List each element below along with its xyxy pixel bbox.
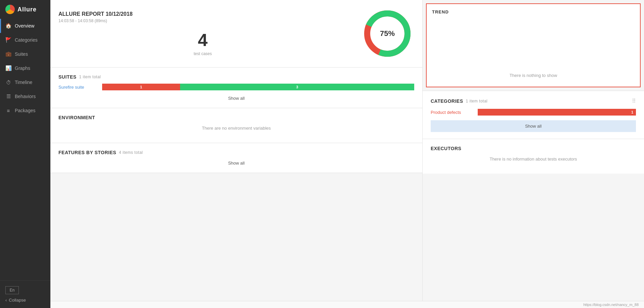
- trend-nothing-message: There is nothing to show: [510, 73, 557, 78]
- donut-chart: 75%: [360, 7, 414, 60]
- suite-name[interactable]: Surefire suite: [58, 85, 99, 90]
- chart-icon: 📊: [5, 65, 11, 71]
- sidebar-nav: 🏠 Overview 🚩 Categories 💼 Suites 📊 Graph…: [0, 19, 50, 280]
- suite-bar-passed: 3: [180, 84, 414, 90]
- category-row: Product defects 1: [431, 109, 636, 116]
- sidebar-label-packages: Packages: [15, 108, 35, 113]
- logo-area: Allure: [0, 0, 50, 19]
- suite-row: Surefire suite 1 3: [58, 84, 414, 90]
- category-bar: 1: [478, 109, 636, 116]
- footer-url: https://blog.csdn.net/nancy_m_88: [584, 303, 639, 307]
- trend-title: TREND: [432, 9, 635, 14]
- categories-card: CATEGORIES 1 item total ⠿ Product defect…: [423, 91, 644, 139]
- test-label: test cases: [58, 51, 347, 56]
- suites-count: 1 item total: [79, 75, 101, 79]
- report-time: 14:03:58 - 14:03:58 (89ms): [58, 18, 347, 23]
- sidebar-item-suites[interactable]: 💼 Suites: [0, 47, 50, 61]
- content-area: ALLURE REPORT 10/12/2018 14:03:58 - 14:0…: [50, 0, 644, 301]
- categories-count: 1 item total: [466, 99, 488, 103]
- right-panel: TREND There is nothing to show CATEGORIE…: [422, 0, 644, 301]
- features-show-all-link[interactable]: Show all: [228, 161, 245, 166]
- report-title: ALLURE REPORT 10/12/2018: [58, 11, 347, 17]
- grid-dots-icon: ⠿: [632, 98, 636, 104]
- trend-nothing: There is nothing to show: [432, 14, 635, 81]
- donut-percent: 75%: [380, 29, 395, 38]
- sidebar-label-timeline: Timeline: [15, 80, 32, 85]
- briefcase-icon: 💼: [5, 51, 11, 57]
- timeline-icon: ⏱: [5, 79, 11, 85]
- sidebar-label-behaviors: Behaviors: [15, 94, 36, 99]
- collapse-button[interactable]: ‹ Collapse: [5, 298, 45, 303]
- features-card: FEATURES BY STORIES 4 items total Show a…: [50, 143, 422, 173]
- features-count: 4 items total: [119, 150, 143, 155]
- category-name: Product defects: [431, 110, 474, 115]
- language-button[interactable]: En: [5, 286, 19, 294]
- flag-icon: 🚩: [5, 37, 11, 43]
- suites-show-all-row: Show all: [58, 95, 414, 101]
- executors-title: EXECUTORS: [431, 146, 636, 151]
- app-name: Allure: [17, 6, 37, 13]
- sidebar-item-timeline[interactable]: ⏱ Timeline: [0, 75, 50, 89]
- sidebar-item-packages[interactable]: ≡ Packages: [0, 103, 50, 118]
- footer: https://blog.csdn.net/nancy_m_88: [50, 301, 644, 308]
- left-panel: ALLURE REPORT 10/12/2018 14:03:58 - 14:0…: [50, 0, 422, 301]
- sidebar-label-categories: Categories: [15, 37, 38, 43]
- features-show-all-row: Show all: [58, 160, 414, 166]
- list-icon: ☰: [5, 93, 11, 99]
- trend-card: TREND There is nothing to show: [426, 3, 641, 87]
- logo-icon: [5, 5, 15, 14]
- executors-card: EXECUTORS There is no information about …: [423, 139, 644, 174]
- sidebar-label-overview: Overview: [15, 23, 34, 29]
- collapse-label: Collapse: [9, 298, 26, 303]
- suites-title: SUITES 1 item total: [58, 74, 414, 80]
- suites-show-all-link[interactable]: Show all: [228, 96, 245, 101]
- category-count: 1: [631, 110, 633, 114]
- sidebar-item-behaviors[interactable]: ☰ Behaviors: [0, 89, 50, 103]
- sidebar-label-graphs: Graphs: [15, 65, 30, 71]
- sidebar-label-suites: Suites: [15, 51, 28, 57]
- home-icon: 🏠: [5, 23, 11, 29]
- environment-card: ENVIRONMENT There are no environment var…: [50, 108, 422, 143]
- sidebar-bottom: En ‹ Collapse: [0, 280, 50, 308]
- test-count: 4: [58, 30, 347, 50]
- categories-show-all[interactable]: Show all: [431, 120, 636, 132]
- sidebar-item-overview[interactable]: 🏠 Overview: [0, 19, 50, 33]
- collapse-arrow-icon: ‹: [5, 298, 7, 303]
- executors-empty: There is no information about tests exec…: [431, 151, 636, 167]
- sidebar: Allure 🏠 Overview 🚩 Categories 💼 Suites …: [0, 0, 50, 308]
- features-title: FEATURES BY STORIES 4 items total: [58, 150, 414, 155]
- main-content: ALLURE REPORT 10/12/2018 14:03:58 - 14:0…: [50, 0, 644, 308]
- environment-empty: There are no environment variables: [58, 120, 414, 136]
- sidebar-item-graphs[interactable]: 📊 Graphs: [0, 61, 50, 75]
- environment-title: ENVIRONMENT: [58, 115, 414, 120]
- categories-title: CATEGORIES 1 item total: [431, 98, 487, 104]
- suite-bar-failed: 1: [102, 84, 180, 90]
- suite-bar: 1 3: [102, 84, 414, 90]
- summary-card: ALLURE REPORT 10/12/2018 14:03:58 - 14:0…: [50, 0, 422, 68]
- sidebar-item-categories[interactable]: 🚩 Categories: [0, 33, 50, 47]
- packages-icon: ≡: [5, 107, 11, 114]
- summary-left: ALLURE REPORT 10/12/2018 14:03:58 - 14:0…: [58, 11, 347, 56]
- suites-card: SUITES 1 item total Surefire suite 1 3 S…: [50, 68, 422, 108]
